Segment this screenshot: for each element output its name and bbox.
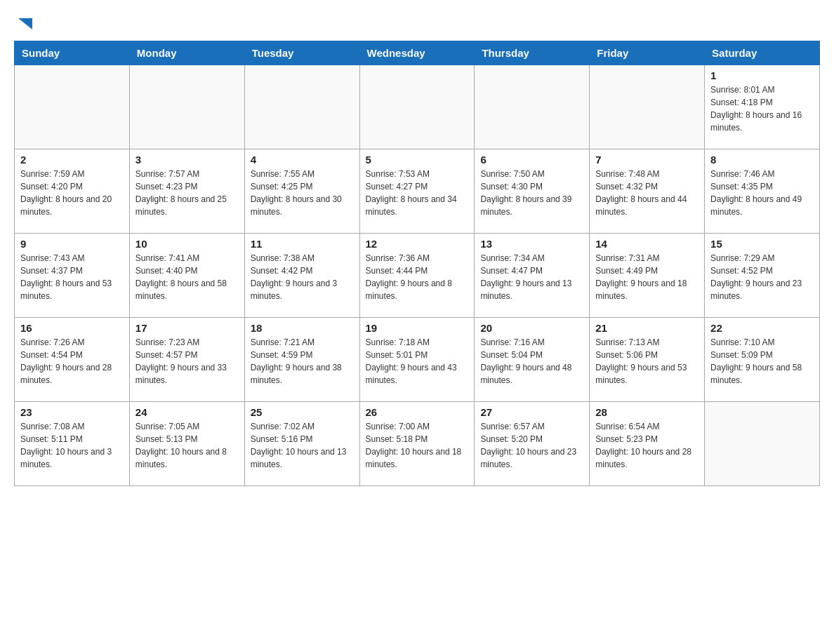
day-sun-info: Sunrise: 7:18 AMSunset: 5:01 PMDaylight:… bbox=[366, 336, 469, 387]
weekday-header-wednesday: Wednesday bbox=[359, 41, 475, 65]
day-number: 11 bbox=[251, 238, 354, 250]
calendar-cell: 16Sunrise: 7:26 AMSunset: 4:54 PMDayligh… bbox=[15, 318, 130, 402]
calendar-cell: 2Sunrise: 7:59 AMSunset: 4:20 PMDaylight… bbox=[15, 149, 130, 234]
day-sun-info: Sunrise: 6:54 AMSunset: 5:23 PMDaylight:… bbox=[595, 420, 699, 471]
calendar-cell: 14Sunrise: 7:31 AMSunset: 4:49 PMDayligh… bbox=[590, 234, 705, 318]
weekday-header-row: SundayMondayTuesdayWednesdayThursdayFrid… bbox=[15, 41, 820, 65]
calendar-cell: 24Sunrise: 7:05 AMSunset: 5:13 PMDayligh… bbox=[129, 402, 244, 486]
calendar-cell: 6Sunrise: 7:50 AMSunset: 4:30 PMDaylight… bbox=[475, 149, 590, 234]
day-sun-info: Sunrise: 7:57 AMSunset: 4:23 PMDaylight:… bbox=[135, 168, 239, 218]
day-number: 27 bbox=[480, 406, 583, 418]
calendar-cell bbox=[359, 65, 475, 149]
calendar-cell bbox=[705, 402, 820, 486]
weekday-header-friday: Friday bbox=[590, 41, 705, 65]
calendar-cell: 19Sunrise: 7:18 AMSunset: 5:01 PMDayligh… bbox=[359, 318, 475, 402]
day-sun-info: Sunrise: 7:41 AMSunset: 4:40 PMDaylight:… bbox=[135, 252, 239, 302]
day-sun-info: Sunrise: 7:34 AMSunset: 4:47 PMDaylight:… bbox=[480, 252, 583, 302]
day-sun-info: Sunrise: 6:57 AMSunset: 5:20 PMDaylight:… bbox=[480, 420, 583, 471]
day-sun-info: Sunrise: 7:02 AMSunset: 5:16 PMDaylight:… bbox=[251, 420, 354, 471]
day-sun-info: Sunrise: 7:13 AMSunset: 5:06 PMDaylight:… bbox=[595, 336, 699, 387]
calendar-cell: 7Sunrise: 7:48 AMSunset: 4:32 PMDaylight… bbox=[590, 149, 705, 234]
calendar-cell: 10Sunrise: 7:41 AMSunset: 4:40 PMDayligh… bbox=[129, 234, 244, 318]
day-sun-info: Sunrise: 7:36 AMSunset: 4:44 PMDaylight:… bbox=[366, 252, 469, 302]
page-header bbox=[14, 14, 820, 34]
day-number: 9 bbox=[20, 238, 124, 250]
svg-marker-0 bbox=[18, 18, 32, 29]
calendar-cell bbox=[15, 65, 130, 149]
weekday-header-tuesday: Tuesday bbox=[244, 41, 359, 65]
calendar-cell: 28Sunrise: 6:54 AMSunset: 5:23 PMDayligh… bbox=[590, 402, 705, 486]
day-number: 23 bbox=[20, 406, 124, 418]
calendar-week-row: 9Sunrise: 7:43 AMSunset: 4:37 PMDaylight… bbox=[15, 234, 820, 318]
day-sun-info: Sunrise: 7:00 AMSunset: 5:18 PMDaylight:… bbox=[366, 420, 469, 471]
day-sun-info: Sunrise: 7:53 AMSunset: 4:27 PMDaylight:… bbox=[366, 168, 469, 218]
calendar-cell: 11Sunrise: 7:38 AMSunset: 4:42 PMDayligh… bbox=[244, 234, 359, 318]
calendar-cell: 4Sunrise: 7:55 AMSunset: 4:25 PMDaylight… bbox=[244, 149, 359, 234]
calendar-cell: 23Sunrise: 7:08 AMSunset: 5:11 PMDayligh… bbox=[15, 402, 130, 486]
calendar-cell: 8Sunrise: 7:46 AMSunset: 4:35 PMDaylight… bbox=[705, 149, 820, 234]
day-sun-info: Sunrise: 7:21 AMSunset: 4:59 PMDaylight:… bbox=[251, 336, 354, 387]
day-number: 25 bbox=[251, 406, 354, 418]
day-number: 13 bbox=[480, 238, 583, 250]
day-sun-info: Sunrise: 8:01 AMSunset: 4:18 PMDaylight:… bbox=[710, 83, 814, 134]
day-sun-info: Sunrise: 7:29 AMSunset: 4:52 PMDaylight:… bbox=[710, 252, 814, 302]
day-number: 15 bbox=[710, 238, 814, 250]
weekday-header-monday: Monday bbox=[129, 41, 244, 65]
calendar-week-row: 16Sunrise: 7:26 AMSunset: 4:54 PMDayligh… bbox=[15, 318, 820, 402]
day-sun-info: Sunrise: 7:38 AMSunset: 4:42 PMDaylight:… bbox=[251, 252, 354, 302]
calendar-table: SundayMondayTuesdayWednesdayThursdayFrid… bbox=[14, 41, 820, 486]
calendar-cell: 17Sunrise: 7:23 AMSunset: 4:57 PMDayligh… bbox=[129, 318, 244, 402]
day-number: 14 bbox=[595, 238, 699, 250]
day-number: 19 bbox=[366, 322, 469, 334]
calendar-cell: 15Sunrise: 7:29 AMSunset: 4:52 PMDayligh… bbox=[705, 234, 820, 318]
day-number: 21 bbox=[595, 322, 699, 334]
day-sun-info: Sunrise: 7:59 AMSunset: 4:20 PMDaylight:… bbox=[20, 168, 124, 218]
calendar-cell: 1Sunrise: 8:01 AMSunset: 4:18 PMDaylight… bbox=[705, 65, 820, 149]
calendar-cell: 9Sunrise: 7:43 AMSunset: 4:37 PMDaylight… bbox=[15, 234, 130, 318]
day-sun-info: Sunrise: 7:31 AMSunset: 4:49 PMDaylight:… bbox=[595, 252, 699, 302]
day-sun-info: Sunrise: 7:50 AMSunset: 4:30 PMDaylight:… bbox=[480, 168, 583, 218]
day-number: 12 bbox=[366, 238, 469, 250]
day-number: 24 bbox=[135, 406, 239, 418]
calendar-cell: 21Sunrise: 7:13 AMSunset: 5:06 PMDayligh… bbox=[590, 318, 705, 402]
calendar-cell bbox=[475, 65, 590, 149]
day-number: 8 bbox=[710, 154, 814, 166]
day-number: 26 bbox=[366, 406, 469, 418]
day-number: 10 bbox=[135, 238, 239, 250]
calendar-cell: 22Sunrise: 7:10 AMSunset: 5:09 PMDayligh… bbox=[705, 318, 820, 402]
weekday-header-sunday: Sunday bbox=[15, 41, 130, 65]
day-sun-info: Sunrise: 7:43 AMSunset: 4:37 PMDaylight:… bbox=[20, 252, 124, 302]
calendar-cell: 27Sunrise: 6:57 AMSunset: 5:20 PMDayligh… bbox=[475, 402, 590, 486]
day-number: 2 bbox=[20, 154, 124, 166]
day-number: 5 bbox=[366, 154, 469, 166]
calendar-cell bbox=[244, 65, 359, 149]
weekday-header-saturday: Saturday bbox=[705, 41, 820, 65]
day-sun-info: Sunrise: 7:46 AMSunset: 4:35 PMDaylight:… bbox=[710, 168, 814, 218]
calendar-cell: 25Sunrise: 7:02 AMSunset: 5:16 PMDayligh… bbox=[244, 402, 359, 486]
day-number: 18 bbox=[251, 322, 354, 334]
day-number: 20 bbox=[480, 322, 583, 334]
day-sun-info: Sunrise: 7:55 AMSunset: 4:25 PMDaylight:… bbox=[251, 168, 354, 218]
day-number: 17 bbox=[135, 322, 239, 334]
day-sun-info: Sunrise: 7:26 AMSunset: 4:54 PMDaylight:… bbox=[20, 336, 124, 387]
day-sun-info: Sunrise: 7:05 AMSunset: 5:13 PMDaylight:… bbox=[135, 420, 239, 471]
logo bbox=[14, 14, 35, 34]
day-number: 16 bbox=[20, 322, 124, 334]
calendar-cell: 13Sunrise: 7:34 AMSunset: 4:47 PMDayligh… bbox=[475, 234, 590, 318]
day-sun-info: Sunrise: 7:48 AMSunset: 4:32 PMDaylight:… bbox=[595, 168, 699, 218]
calendar-week-row: 2Sunrise: 7:59 AMSunset: 4:20 PMDaylight… bbox=[15, 149, 820, 234]
calendar-cell: 26Sunrise: 7:00 AMSunset: 5:18 PMDayligh… bbox=[359, 402, 475, 486]
day-sun-info: Sunrise: 7:08 AMSunset: 5:11 PMDaylight:… bbox=[20, 420, 124, 471]
calendar-week-row: 1Sunrise: 8:01 AMSunset: 4:18 PMDaylight… bbox=[15, 65, 820, 149]
calendar-cell: 12Sunrise: 7:36 AMSunset: 4:44 PMDayligh… bbox=[359, 234, 475, 318]
day-sun-info: Sunrise: 7:10 AMSunset: 5:09 PMDaylight:… bbox=[710, 336, 814, 387]
calendar-week-row: 23Sunrise: 7:08 AMSunset: 5:11 PMDayligh… bbox=[15, 402, 820, 486]
day-number: 28 bbox=[595, 406, 699, 418]
calendar-cell bbox=[129, 65, 244, 149]
logo-triangle-icon bbox=[15, 14, 35, 34]
day-number: 4 bbox=[251, 154, 354, 166]
calendar-cell bbox=[590, 65, 705, 149]
day-number: 3 bbox=[135, 154, 239, 166]
calendar-cell: 18Sunrise: 7:21 AMSunset: 4:59 PMDayligh… bbox=[244, 318, 359, 402]
calendar-cell: 20Sunrise: 7:16 AMSunset: 5:04 PMDayligh… bbox=[475, 318, 590, 402]
